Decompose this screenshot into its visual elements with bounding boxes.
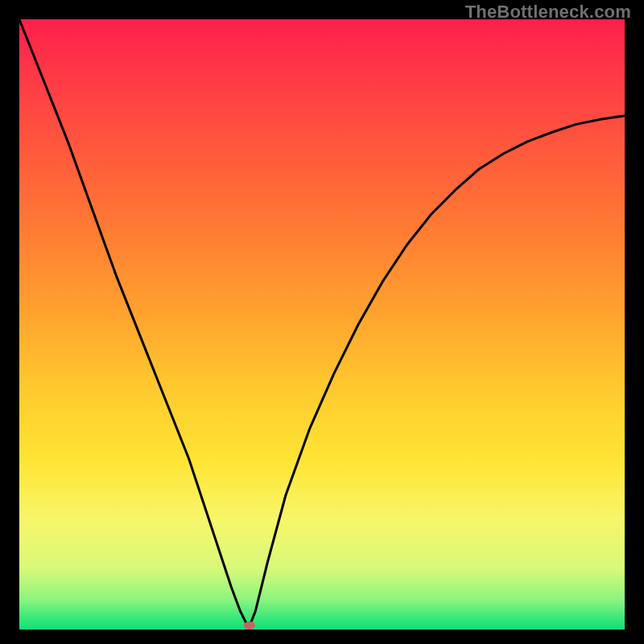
plot-frame — [19, 19, 625, 630]
plot-area — [19, 19, 625, 630]
notch-marker — [244, 621, 255, 630]
curve-line — [19, 19, 625, 626]
chart-overlay — [19, 19, 625, 630]
chart-container: TheBottleneck.com — [0, 0, 644, 644]
